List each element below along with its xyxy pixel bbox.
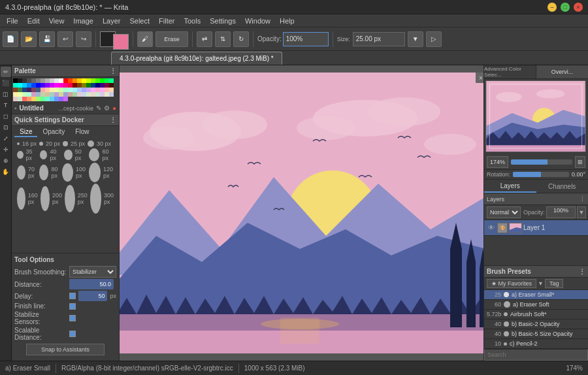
brush-size-25-circle[interactable] (63, 141, 68, 146)
palette-swatch[interactable] (41, 78, 45, 83)
palette-swatch[interactable] (22, 83, 27, 88)
brush-tool-icon[interactable]: ✏ (1, 67, 11, 77)
palette-swatch[interactable] (27, 97, 31, 101)
palette-swatch[interactable] (95, 78, 100, 83)
brush-size-120-circle[interactable] (89, 163, 101, 182)
palette-swatch[interactable] (95, 83, 100, 88)
delay-slider[interactable]: 50 (78, 291, 107, 301)
palette-swatch[interactable] (73, 83, 77, 88)
palette-swatch[interactable] (73, 78, 77, 83)
palette-swatch[interactable] (86, 83, 91, 88)
brush-size-160-circle[interactable] (17, 188, 25, 210)
mirror-h-button[interactable]: ⇄ (197, 31, 212, 47)
palette-swatch[interactable] (13, 88, 18, 92)
new-file-button[interactable]: 📄 (3, 31, 18, 47)
menu-item-view[interactable]: View (45, 16, 69, 26)
palette-swatch[interactable] (91, 78, 95, 83)
palette-swatch[interactable] (36, 97, 41, 101)
menu-item-layer[interactable]: Layer (99, 16, 125, 26)
distance-slider[interactable]: 50.0 (69, 279, 114, 289)
palette-swatch[interactable] (109, 88, 114, 92)
palette-swatch[interactable] (41, 92, 45, 97)
palette-swatch[interactable] (63, 92, 68, 97)
palette-swatch[interactable] (31, 97, 36, 101)
brush-size-80-circle[interactable] (39, 165, 48, 180)
palette-swatch[interactable] (27, 92, 31, 97)
palette-swatch[interactable] (13, 78, 18, 83)
bp-expand-icon[interactable]: ⋮ (579, 268, 585, 275)
brush-size-200-circle[interactable] (41, 186, 50, 211)
opacity-options-button[interactable]: ▼ (577, 206, 586, 218)
palette-swatch[interactable] (22, 78, 27, 83)
palette-swatch[interactable] (18, 97, 22, 101)
brush-size-16-circle[interactable] (17, 142, 20, 145)
palette-swatch[interactable] (63, 88, 68, 92)
pan-tool-icon[interactable]: ✋ (1, 167, 11, 177)
palette-swatch[interactable] (100, 83, 105, 88)
palette-swatch[interactable] (59, 88, 63, 92)
palette-swatch[interactable] (82, 83, 86, 88)
mirror-v-button[interactable]: ⇅ (215, 31, 231, 47)
palette-swatch[interactable] (27, 78, 31, 83)
palette-swatch[interactable] (27, 83, 31, 88)
stabilize-checkbox[interactable] (69, 315, 76, 321)
palette-swatch[interactable] (36, 92, 41, 97)
snap-to-assistants-button[interactable]: Snap to Assistants (26, 344, 105, 355)
opacity-value[interactable]: 100% (283, 32, 329, 46)
palette-swatch[interactable] (77, 88, 82, 92)
brush-preset-row[interactable]: 5.72bAirbrush Soft* (484, 310, 588, 319)
smoothing-dropdown[interactable]: Stabilizer (69, 266, 116, 278)
palette-swatch[interactable] (54, 78, 59, 83)
palette-swatch[interactable] (36, 88, 41, 92)
palette-swatch[interactable] (31, 92, 36, 97)
brush-size-50-circle[interactable] (64, 150, 73, 160)
palette-swatch[interactable] (100, 78, 105, 83)
palette-swatch[interactable] (109, 92, 114, 97)
palette-swatch[interactable] (27, 88, 31, 92)
palette-swatch[interactable] (77, 83, 82, 88)
palette-swatch[interactable] (22, 97, 27, 101)
canvas-tab[interactable]: 4.3.0-prealpha (git 8c9b10e): galteed.jp… (111, 52, 282, 65)
palette-swatch[interactable] (18, 83, 22, 88)
palette-swatch[interactable] (82, 78, 86, 83)
gradient-tool-icon[interactable]: ◫ (1, 89, 11, 99)
brush-preset-row[interactable]: 40b) Basic-5 Size Opacity (484, 329, 588, 339)
menu-item-select[interactable]: Select (125, 16, 154, 26)
palette-swatch[interactable] (91, 83, 95, 88)
palette-swatch[interactable] (41, 83, 45, 88)
reset-zoom-button[interactable]: ⊞ (575, 156, 585, 168)
qs-tab-size[interactable]: Size (14, 127, 37, 137)
menu-item-tools[interactable]: Tools (180, 16, 205, 26)
palette-swatch[interactable] (22, 92, 27, 97)
palette-swatch[interactable] (36, 78, 41, 83)
text-tool-icon[interactable]: T (1, 100, 11, 110)
palette-swatch[interactable] (91, 88, 95, 92)
palette-swatch[interactable] (22, 88, 27, 92)
palette-swatch[interactable] (31, 88, 36, 92)
finish-line-checkbox[interactable] (69, 303, 76, 310)
palette-swatch[interactable] (54, 83, 59, 88)
rotation-slider[interactable] (513, 172, 569, 177)
qs-tab-flow[interactable]: Flow (70, 127, 94, 137)
palette-swatch[interactable] (77, 92, 82, 97)
layer-row-1[interactable]: 👁 🎨 Layer 1 (484, 220, 588, 236)
palette-swatch[interactable] (18, 88, 22, 92)
palette-swatch[interactable] (105, 78, 109, 83)
palette-swatch[interactable] (95, 88, 100, 92)
palette-swatch[interactable] (86, 92, 91, 97)
palette-swatch[interactable] (63, 83, 68, 88)
zoom-slider[interactable] (511, 159, 572, 165)
palette-swatch[interactable] (91, 92, 95, 97)
palette-swatch[interactable] (45, 83, 50, 88)
rotate-button[interactable]: ↻ (233, 31, 249, 47)
palette-swatch[interactable] (105, 92, 109, 97)
palette-swatch[interactable] (59, 92, 63, 97)
brush-size-35-circle[interactable] (17, 151, 24, 159)
open-file-button[interactable]: 📂 (21, 31, 37, 47)
bp-tag-button[interactable]: Tag (545, 279, 564, 288)
palette-swatch[interactable] (82, 88, 86, 92)
menu-item-image[interactable]: Image (69, 16, 97, 26)
menu-item-window[interactable]: Window (241, 16, 274, 26)
scalable-checkbox[interactable] (69, 331, 76, 337)
overview-tab[interactable]: Overvi... (536, 65, 588, 78)
